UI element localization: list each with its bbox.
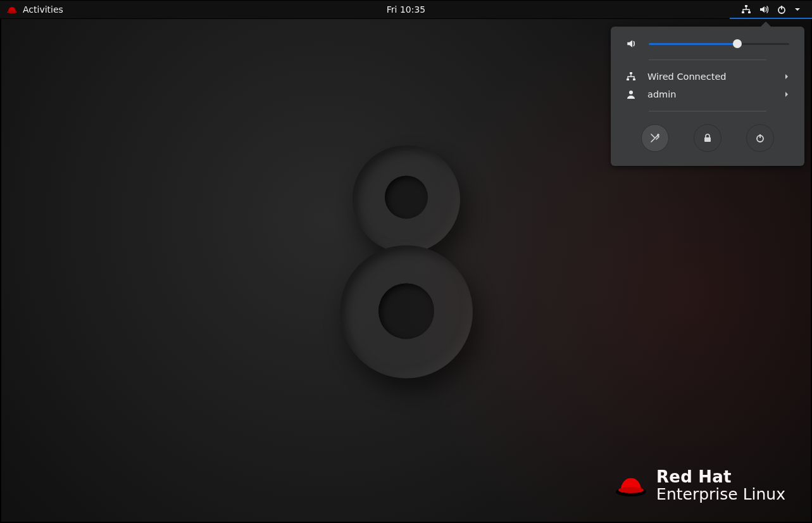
- svg-point-7: [618, 487, 644, 493]
- svg-rect-1: [745, 5, 747, 7]
- chevron-right-icon: [784, 91, 789, 98]
- svg-rect-9: [627, 79, 629, 80]
- svg-rect-2: [742, 11, 744, 13]
- power-button[interactable]: [746, 124, 774, 152]
- volume-slider[interactable]: [649, 39, 789, 49]
- user-menu-item[interactable]: admin: [611, 85, 804, 103]
- chevron-down-icon: [794, 6, 801, 13]
- brand-line-1: Red Hat: [656, 469, 785, 486]
- user-icon: [626, 89, 636, 99]
- distro-hat-icon: [6, 5, 18, 14]
- svg-rect-8: [630, 72, 632, 74]
- svg-point-6: [616, 488, 646, 496]
- menu-separator: [649, 111, 766, 111]
- settings-tools-icon: [649, 132, 661, 144]
- volume-row: [611, 38, 804, 52]
- svg-point-11: [629, 91, 633, 94]
- svg-rect-3: [748, 11, 751, 13]
- wallpaper-version-glyph: [324, 145, 489, 386]
- svg-rect-10: [633, 79, 635, 80]
- activities-button[interactable]: Activities: [23, 4, 63, 15]
- network-menu-label: Wired Connected: [647, 72, 727, 82]
- top-bar: Activities Fri 10:35: [0, 0, 812, 19]
- user-menu-label: admin: [647, 89, 676, 99]
- clock[interactable]: Fri 10:35: [387, 4, 425, 15]
- system-status-area[interactable]: [739, 1, 803, 18]
- svg-point-0: [7, 11, 17, 13]
- distro-branding: Red Hat Enterprise Linux: [615, 469, 785, 503]
- redhat-logo-icon: [615, 473, 647, 498]
- network-wired-icon: [626, 72, 636, 82]
- power-icon: [755, 133, 765, 143]
- volume-icon: [759, 4, 769, 15]
- lock-icon: [703, 133, 713, 143]
- lock-button[interactable]: [694, 124, 721, 152]
- svg-rect-13: [704, 137, 711, 142]
- power-icon: [777, 4, 787, 15]
- chevron-right-icon: [784, 73, 789, 80]
- system-menu-popover: Wired Connected admin: [611, 27, 804, 166]
- svg-point-12: [658, 134, 659, 135]
- brand-line-2: Enterprise Linux: [656, 486, 785, 503]
- menu-separator: [649, 60, 766, 60]
- network-wired-icon: [741, 4, 751, 15]
- network-menu-item[interactable]: Wired Connected: [611, 68, 804, 85]
- settings-button[interactable]: [641, 124, 669, 152]
- volume-icon: [626, 38, 637, 49]
